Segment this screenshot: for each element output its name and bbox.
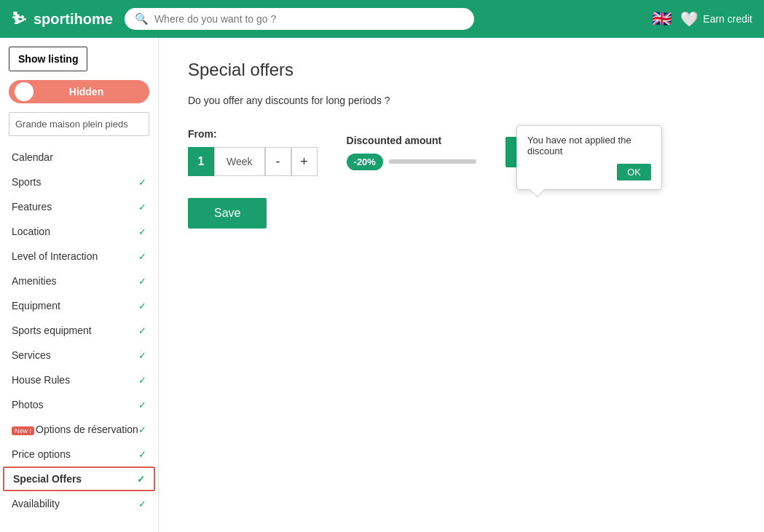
check-icon: ✓ — [138, 375, 146, 386]
page-title: Special offers — [188, 60, 735, 80]
hidden-toggle-label: Hidden — [69, 86, 103, 98]
save-button[interactable]: Save — [188, 198, 267, 229]
stepper: 1 Week - + — [188, 147, 318, 176]
sidebar-item-sports[interactable]: Sports✓ — [0, 170, 158, 194]
logo-icon: ⛷ — [12, 9, 28, 28]
earn-credit-button[interactable]: 🤍 Earn credit — [680, 10, 752, 28]
sidebar: Show listing Hidden Grande maison plein … — [0, 38, 159, 532]
sidebar-item-price-options[interactable]: Price options✓ — [0, 442, 158, 467]
check-icon: ✓ — [138, 276, 146, 287]
sidebar-item-location[interactable]: Location✓ — [0, 219, 158, 244]
sidebar-item-calendar[interactable]: Calendar — [0, 145, 158, 170]
check-icon: ✓ — [138, 350, 146, 361]
sidebar-item-label: New !Options de réservation — [12, 424, 138, 435]
search-input[interactable] — [154, 13, 464, 25]
stepper-value: 1 — [188, 147, 214, 176]
check-icon: ✓ — [137, 474, 145, 485]
tooltip-message: You have not applied the discount — [527, 135, 651, 156]
search-bar[interactable]: 🔍 — [125, 8, 474, 30]
sidebar-item-services[interactable]: Services✓ — [0, 343, 158, 368]
sidebar-item-label: House Rules — [12, 374, 70, 386]
sidebar-item-label: Photos — [12, 399, 44, 410]
heart-icon: 🤍 — [680, 10, 698, 28]
slider-container: -20% — [347, 154, 476, 170]
sidebar-item-label: Sports — [12, 176, 41, 188]
sidebar-item-label: Equipment — [12, 300, 60, 311]
check-icon: ✓ — [138, 400, 146, 410]
tooltip-ok-button[interactable]: OK — [617, 164, 651, 180]
question-text: Do you offer any discounts for long peri… — [188, 95, 735, 106]
sidebar-item-label: Services — [12, 349, 51, 361]
tooltip-popup: You have not applied the discount OK — [516, 125, 662, 190]
sidebar-items: CalendarSports✓Features✓Location✓Level o… — [0, 145, 158, 516]
sidebar-item-equipment[interactable]: Equipment✓ — [0, 293, 158, 318]
header-right: 🇬🇧 🤍 Earn credit — [652, 9, 752, 28]
check-icon: ✓ — [138, 251, 146, 262]
sidebar-item-label: Sports equipment — [12, 325, 92, 336]
check-icon: ✓ — [138, 177, 146, 188]
sidebar-item-photos[interactable]: Photos✓ — [0, 392, 158, 417]
sidebar-item-label: Location — [12, 226, 50, 237]
check-icon: ✓ — [138, 424, 146, 435]
main-content: Special offers Do you offer any discount… — [159, 38, 764, 532]
check-icon: ✓ — [138, 226, 146, 237]
new-badge: New ! — [12, 426, 34, 435]
sidebar-item-features[interactable]: Features✓ — [0, 194, 158, 219]
sidebar-item-amenities[interactable]: Amenities✓ — [0, 269, 158, 293]
sidebar-item-availability[interactable]: Availability✓ — [0, 491, 158, 516]
from-section: From: 1 Week - + — [188, 128, 318, 176]
sidebar-item-level-of-interaction[interactable]: Level of Interaction✓ — [0, 244, 158, 269]
earn-credit-label: Earn credit — [703, 13, 752, 25]
check-icon: ✓ — [138, 449, 146, 460]
logo-text: sportihome — [34, 11, 113, 28]
flag-icon: 🇬🇧 — [652, 9, 672, 28]
layout: Show listing Hidden Grande maison plein … — [0, 38, 764, 532]
search-icon: 🔍 — [135, 12, 149, 25]
discounted-label: Discounted amount — [347, 135, 476, 146]
sidebar-item-label: Features — [12, 201, 52, 213]
sidebar-item-label: Special Offers — [13, 473, 82, 485]
check-icon: ✓ — [138, 202, 146, 213]
sidebar-item-options-de-réservation[interactable]: New !Options de réservation✓ — [0, 417, 158, 442]
sidebar-item-label: Price options — [12, 448, 71, 460]
logo: ⛷ sportihome — [12, 9, 113, 28]
show-listing-button[interactable]: Show listing — [9, 47, 87, 71]
hidden-toggle[interactable]: Hidden — [9, 80, 149, 103]
header: ⛷ sportihome 🔍 🇬🇧 🤍 Earn credit — [0, 0, 764, 38]
check-icon: ✓ — [138, 499, 146, 509]
check-icon: ✓ — [138, 325, 146, 336]
sidebar-item-label: Level of Interaction — [12, 250, 98, 262]
sidebar-item-label: Amenities — [12, 275, 56, 287]
sidebar-item-label: Availability — [12, 498, 60, 509]
stepper-unit: Week — [214, 147, 265, 176]
discount-badge: -20% — [347, 154, 383, 170]
check-icon: ✓ — [138, 301, 146, 311]
stepper-plus-button[interactable]: + — [291, 147, 318, 176]
sidebar-item-special-offers[interactable]: Special Offers✓ — [3, 467, 155, 491]
sidebar-item-sports-equipment[interactable]: Sports equipment✓ — [0, 318, 158, 343]
slider-track[interactable] — [389, 159, 476, 164]
from-label: From: — [188, 128, 318, 140]
discounted-section: Discounted amount -20% — [347, 135, 476, 170]
sidebar-item-label: Calendar — [12, 151, 53, 163]
stepper-minus-button[interactable]: - — [265, 147, 291, 176]
property-name: Grande maison plein pieds — [9, 112, 149, 136]
sidebar-item-house-rules[interactable]: House Rules✓ — [0, 368, 158, 392]
